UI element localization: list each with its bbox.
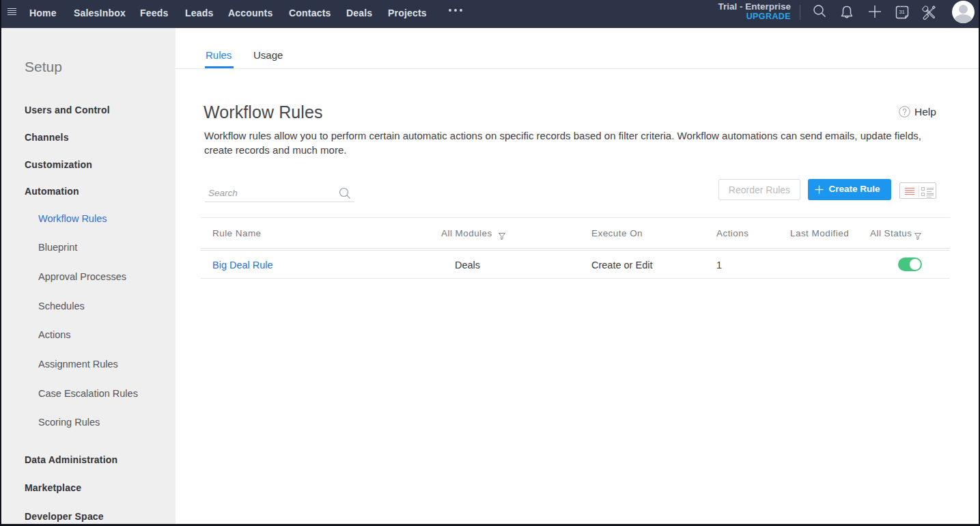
svg-text:31: 31 <box>899 9 905 15</box>
